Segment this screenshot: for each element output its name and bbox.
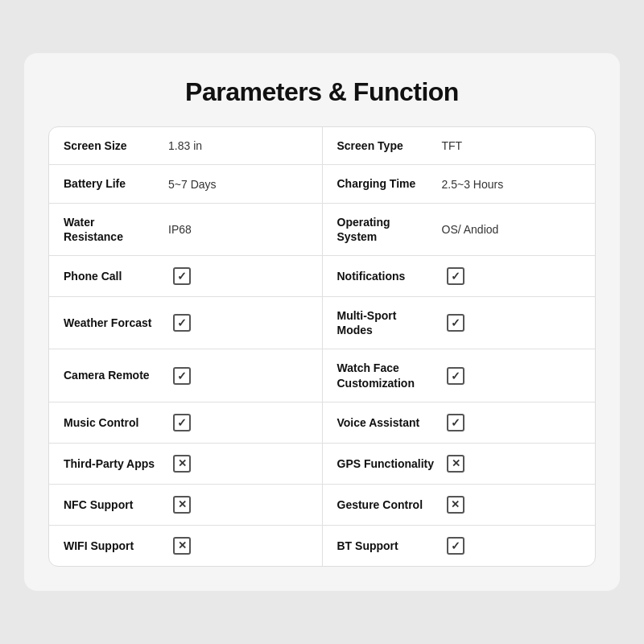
- label-left-1: Battery Life: [64, 176, 160, 191]
- cell-left-4: Weather Forcast✓: [49, 297, 323, 349]
- table-row: Weather Forcast✓Multi-Sport Modes✓: [49, 297, 595, 349]
- label-right-6: Voice Assistant: [337, 415, 434, 430]
- xmark-icon: ✕: [451, 498, 460, 510]
- checkbox-check-right-9: ✓: [447, 537, 464, 555]
- value-left-0: 1.83 in: [168, 139, 202, 152]
- table-row: Screen Size1.83 inScreen TypeTFT: [49, 127, 595, 165]
- checkbox-check-right-3: ✓: [447, 267, 464, 285]
- checkbox-x-left-7: ✕: [173, 455, 191, 473]
- page-title: Parameters & Function: [48, 77, 596, 107]
- checkmark-icon: ✓: [177, 369, 187, 382]
- checkmark-icon: ✓: [451, 539, 460, 552]
- value-right-1: 2.5~3 Hours: [442, 178, 504, 191]
- checkbox-check-left-5: ✓: [173, 367, 191, 385]
- checkbox-check-right-4: ✓: [447, 314, 464, 332]
- cell-right-8: Gesture Control✕: [323, 485, 596, 525]
- cell-right-2: Operating SystemOS/ Andiod: [323, 204, 596, 255]
- label-right-2: Operating System: [337, 215, 434, 244]
- label-left-3: Phone Call: [64, 269, 160, 283]
- page-container: Parameters & Function Screen Size1.83 in…: [24, 53, 620, 591]
- checkmark-icon: ✓: [177, 416, 187, 429]
- cell-left-9: WIFI Support✕: [49, 526, 323, 566]
- label-right-8: Gesture Control: [337, 497, 434, 512]
- cell-left-3: Phone Call✓: [49, 256, 323, 296]
- cell-left-6: Music Control✓: [49, 402, 323, 443]
- table-row: Water ResistanceIP68Operating SystemOS/ …: [49, 204, 595, 256]
- value-left-2: IP68: [168, 223, 192, 236]
- label-right-0: Screen Type: [337, 138, 434, 153]
- label-left-4: Weather Forcast: [64, 316, 160, 330]
- table-row: NFC Support✕Gesture Control✕: [49, 485, 595, 526]
- label-left-2: Water Resistance: [64, 215, 160, 244]
- checkbox-check-left-3: ✓: [173, 267, 191, 285]
- checkmark-icon: ✓: [177, 270, 187, 283]
- value-right-2: OS/ Andiod: [442, 223, 499, 236]
- xmark-icon: ✕: [178, 539, 187, 551]
- cell-right-4: Multi-Sport Modes✓: [323, 297, 596, 349]
- cell-right-9: BT Support✓: [323, 526, 596, 566]
- label-right-4: Multi-Sport Modes: [337, 308, 434, 337]
- checkbox-x-left-9: ✕: [173, 537, 191, 555]
- label-right-3: Notifications: [337, 269, 434, 283]
- value-right-0: TFT: [442, 139, 463, 152]
- checkbox-check-left-6: ✓: [173, 414, 191, 431]
- table-row: Phone Call✓Notifications✓: [49, 256, 595, 297]
- value-left-1: 5~7 Days: [168, 178, 217, 191]
- xmark-icon: ✕: [178, 457, 187, 469]
- label-right-5: Watch Face Customization: [337, 361, 434, 390]
- cell-right-7: GPS Functionality✕: [323, 444, 596, 484]
- checkmark-icon: ✓: [451, 270, 460, 283]
- label-left-9: WIFI Support: [64, 539, 160, 553]
- table-row: Battery Life5~7 DaysCharging Time2.5~3 H…: [49, 165, 595, 203]
- table-row: Camera Remote✓Watch Face Customization✓: [49, 349, 595, 402]
- label-right-7: GPS Functionality: [337, 456, 435, 471]
- checkmark-icon: ✓: [451, 316, 460, 329]
- cell-left-7: Third-Party Apps✕: [49, 444, 323, 484]
- checkbox-x-left-8: ✕: [173, 496, 191, 514]
- table-row: WIFI Support✕BT Support✓: [49, 526, 595, 566]
- label-left-6: Music Control: [64, 415, 160, 430]
- label-left-7: Third-Party Apps: [64, 456, 160, 471]
- cell-left-2: Water ResistanceIP68: [49, 204, 323, 255]
- checkmark-icon: ✓: [451, 416, 460, 429]
- xmark-icon: ✕: [178, 498, 187, 510]
- params-table: Screen Size1.83 inScreen TypeTFTBattery …: [48, 126, 596, 567]
- cell-right-5: Watch Face Customization✓: [323, 349, 596, 401]
- cell-right-3: Notifications✓: [323, 256, 596, 296]
- label-left-0: Screen Size: [64, 138, 160, 153]
- checkmark-icon: ✓: [451, 369, 460, 382]
- checkbox-x-right-8: ✕: [447, 496, 464, 514]
- xmark-icon: ✕: [452, 457, 460, 469]
- label-left-8: NFC Support: [64, 497, 160, 512]
- cell-right-1: Charging Time2.5~3 Hours: [323, 165, 596, 202]
- checkbox-check-right-6: ✓: [447, 414, 464, 431]
- checkbox-check-left-4: ✓: [173, 314, 191, 332]
- cell-left-8: NFC Support✕: [49, 485, 323, 525]
- cell-left-5: Camera Remote✓: [49, 349, 323, 401]
- checkbox-x-right-7: ✕: [447, 455, 464, 473]
- checkbox-check-right-5: ✓: [447, 367, 464, 385]
- label-right-1: Charging Time: [337, 176, 434, 191]
- table-row: Music Control✓Voice Assistant✓: [49, 402, 595, 444]
- cell-left-1: Battery Life5~7 Days: [49, 165, 323, 202]
- label-right-9: BT Support: [337, 539, 434, 553]
- cell-right-6: Voice Assistant✓: [323, 402, 596, 443]
- cell-left-0: Screen Size1.83 in: [49, 127, 323, 164]
- cell-right-0: Screen TypeTFT: [323, 127, 596, 164]
- table-row: Third-Party Apps✕GPS Functionality✕: [49, 444, 595, 485]
- label-left-5: Camera Remote: [64, 368, 160, 382]
- checkmark-icon: ✓: [177, 316, 187, 329]
